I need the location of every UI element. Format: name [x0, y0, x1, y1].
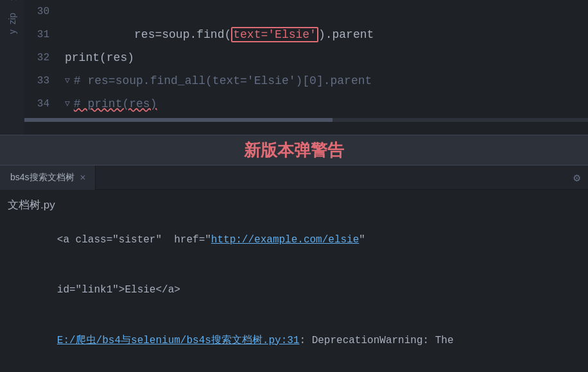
output-filename: 文档树.py [0, 195, 588, 215]
code-editor: 搜索 地 zip y 30 31 res=soup.find(text='Els… [0, 0, 588, 135]
output-line-2: id="link1">Elsie</a> [0, 265, 588, 315]
scrollbar-area[interactable] [24, 118, 588, 124]
gear-icon[interactable]: ⚙ [573, 171, 580, 185]
line-number-34: 34 [24, 92, 60, 115]
scrollbar-track [24, 118, 588, 122]
code-line-34: 34 ▽ # print(res) [24, 92, 588, 115]
code-line-31: 31 res=soup.find(text='Elsie').parent [24, 23, 588, 46]
left-sidebar: 搜索 地 zip y [0, 0, 24, 135]
line-content-33: # res=soup.find_all(text='Elsie')[0].par… [74, 69, 372, 92]
folding-icon-33: ▽ [65, 69, 70, 92]
line-number-30: 30 [24, 0, 60, 23]
line-number-32: 32 [24, 46, 60, 69]
line-number-31: 31 [24, 23, 60, 46]
alert-bar: 新版本弹警告 [0, 135, 588, 165]
code-var: res=soup.find( [134, 28, 231, 41]
output-link[interactable]: http://example.com/elsie [211, 234, 359, 246]
alert-text: 新版本弹警告 [244, 139, 344, 162]
output-deprecation-text: : DeprecationWarning: The [299, 335, 453, 346]
sidebar-icon-y: y [7, 30, 17, 34]
tab-close-icon[interactable]: ✕ [80, 173, 86, 182]
line-content-34: # print(res) [74, 92, 157, 115]
bottom-section: bs4s搜索文档树 ✕ ⚙ 文档树.py <a class="sister" h… [0, 165, 588, 372]
output-text-1b: " [359, 234, 365, 246]
sidebar-icon-zip: zip [7, 13, 17, 24]
line-content-32: print(res) [60, 46, 588, 69]
highlighted-text-param: text='Elsie' [231, 27, 318, 42]
code-postfix: ).parent [318, 28, 374, 41]
line-number-33: 33 [24, 69, 60, 92]
output-line-1: <a class="sister" href="http://example.c… [0, 215, 588, 265]
code-line-33: 33 ▽ # res=soup.find_all(text='Elsie')[0… [24, 69, 588, 92]
tab-bar: bs4s搜索文档树 ✕ ⚙ [0, 165, 588, 190]
tab-item-bs4s[interactable]: bs4s搜索文档树 ✕ [0, 165, 96, 190]
output-line-warning: E:/爬虫/bs4与selenium/bs4s搜索文档树.py:31: Depr… [0, 316, 588, 366]
folding-icon-34: ▽ [65, 92, 70, 115]
code-lines: 30 31 res=soup.find(text='Elsie').parent… [24, 0, 588, 115]
output-file-path[interactable]: E:/爬虫/bs4与selenium/bs4s搜索文档树.py:31 [57, 335, 300, 346]
output-area: 文档树.py <a class="sister" href="http://ex… [0, 190, 588, 372]
scrollbar-thumb[interactable] [24, 118, 333, 122]
code-line-32: 32 print(res) [24, 46, 588, 69]
output-text-2: id="link1">Elsie</a> [57, 284, 180, 296]
output-text-1a: <a class="sister" href=" [57, 234, 211, 246]
output-line-warning-2: 'text' argument to find()-type methods i… [0, 366, 588, 372]
tab-label: bs4s搜索文档树 [10, 172, 74, 183]
